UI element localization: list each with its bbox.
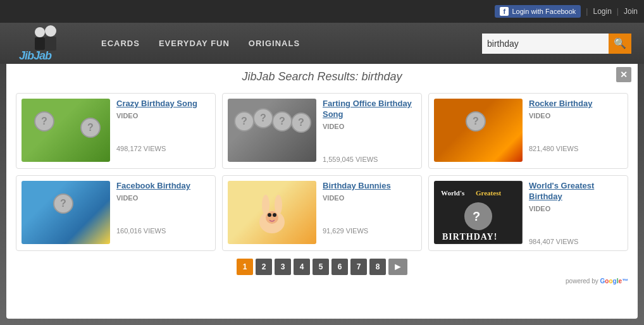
wgb-svg: World's Greatest ? BIRTHDAY! (435, 181, 522, 243)
result-type-1: VIDEO (116, 112, 210, 120)
result-views-5: 91,629 VIEWS (323, 227, 416, 235)
facebook-icon: f (500, 7, 509, 16)
svg-point-0 (35, 27, 45, 37)
result-views-1: 498,172 VIEWS (116, 145, 210, 152)
top-bar: f Login with Facebook | Login | Join (0, 0, 644, 23)
nav-ecards[interactable]: ECARDS (101, 39, 140, 48)
search-input[interactable] (482, 34, 609, 54)
result-title-6[interactable]: World's Greatest Birthday (529, 181, 622, 202)
result-views-4: 160,016 VIEWS (116, 227, 210, 235)
page-btn-5[interactable]: 5 (313, 259, 329, 275)
face-icon-8: ? (53, 193, 73, 214)
login-link[interactable]: Login (593, 7, 611, 16)
page-btn-4[interactable]: 4 (294, 259, 310, 275)
faces-1: ? ? (22, 99, 110, 162)
faces-6: World's Greatest ? BIRTHDAY! (434, 181, 523, 244)
logo-area[interactable]: JibJab (13, 25, 89, 63)
result-type-2: VIDEO (323, 123, 416, 130)
result-card-5[interactable]: Birthday Bunnies VIDEO 91,629 VIEWS (222, 175, 422, 251)
result-views-3: 821,480 VIEWS (529, 145, 622, 152)
bunny-svg (247, 187, 297, 238)
search-title: JibJab Search Results: birthday (16, 70, 628, 83)
faces-2: ? ? ? ? (228, 99, 316, 162)
logo-svg: JibJab (16, 25, 85, 63)
faces-3: ? (434, 99, 523, 162)
search-overlay: ✕ JibJab Search Results: birthday ? ? Cr… (6, 61, 638, 319)
svg-point-8 (266, 211, 278, 224)
search-area: 🔍 (482, 34, 631, 54)
thumbnail-1: ? ? (22, 99, 110, 162)
page-btn-8[interactable]: 8 (369, 259, 386, 275)
result-views-6: 984,407 VIEWS (529, 238, 622, 245)
search-icon: 🔍 (614, 37, 626, 49)
result-title-5[interactable]: Birthday Bunnies (323, 181, 416, 192)
thumbnail-3: ? (434, 99, 523, 162)
page-btn-7[interactable]: 7 (350, 259, 367, 275)
result-title-4[interactable]: Facebook Birthday (116, 181, 210, 192)
result-type-6: VIDEO (529, 205, 622, 212)
thumbnail-4: ? (22, 181, 110, 244)
result-info-1: Crazy Birthday Song VIDEO 498,172 VIEWS (116, 99, 210, 152)
google-logo: Google™ (600, 278, 628, 285)
result-type-3: VIDEO (529, 112, 622, 120)
next-page-button[interactable]: ► (388, 259, 407, 275)
page-btn-1[interactable]: 1 (237, 259, 253, 275)
result-title-1[interactable]: Crazy Birthday Song (116, 99, 210, 109)
svg-point-10 (273, 213, 276, 217)
svg-point-9 (268, 213, 271, 217)
result-title-2[interactable]: Farting Office Birthday Song (323, 99, 416, 120)
face-icon: ? (34, 111, 54, 132)
nav-originals[interactable]: ORIGINALS (249, 39, 300, 48)
header: JibJab ECARDS EVERYDAY FUN ORIGINALS 🔍 (0, 23, 644, 64)
result-card-6[interactable]: World's Greatest ? BIRTHDAY! World's Gre… (428, 175, 628, 251)
svg-text:?: ? (473, 209, 480, 223)
thumbnail-6: World's Greatest ? BIRTHDAY! (434, 181, 523, 244)
result-card-4[interactable]: ? Facebook Birthday VIDEO 160,016 VIEWS (16, 175, 216, 251)
result-info-4: Facebook Birthday VIDEO 160,016 VIEWS (116, 181, 210, 235)
page-btn-3[interactable]: 3 (275, 259, 291, 275)
svg-rect-2 (35, 37, 45, 50)
result-info-5: Birthday Bunnies VIDEO 91,629 VIEWS (323, 181, 416, 235)
face-icon-7: ? (466, 111, 486, 132)
svg-rect-3 (45, 37, 56, 51)
powered-by-text: powered by (566, 278, 598, 285)
results-grid: ? ? Crazy Birthday Song VIDEO 498,172 VI… (16, 93, 628, 251)
svg-point-7 (275, 195, 282, 215)
result-info-2: Farting Office Birthday Song VIDEO 1,559… (323, 99, 416, 163)
face-icon-3: ? (234, 111, 254, 132)
facebook-login-button[interactable]: f Login with Facebook (495, 5, 581, 18)
result-type-4: VIDEO (116, 194, 210, 202)
page-btn-6[interactable]: 6 (331, 259, 348, 275)
result-title-3[interactable]: Rocker Birthday (529, 99, 622, 109)
face-icon-5: ? (272, 111, 292, 132)
svg-text:JibJab: JibJab (19, 49, 52, 62)
nav-everyday-fun[interactable]: EVERYDAY FUN (159, 39, 230, 48)
result-type-5: VIDEO (323, 194, 416, 202)
svg-point-1 (45, 25, 56, 37)
result-card-1[interactable]: ? ? Crazy Birthday Song VIDEO 498,172 VI… (16, 93, 216, 169)
page-btn-2[interactable]: 2 (256, 259, 272, 275)
search-button[interactable]: 🔍 (609, 34, 631, 54)
nav-links: ECARDS EVERYDAY FUN ORIGINALS (101, 39, 482, 48)
thumbnail-5 (228, 181, 316, 244)
face-icon-4: ? (253, 108, 273, 128)
result-info-3: Rocker Birthday VIDEO 821,480 VIEWS (529, 99, 622, 152)
pagination: 1 2 3 4 5 6 7 8 ► (16, 259, 628, 275)
face-icon-6: ? (291, 113, 311, 133)
result-views-2: 1,559,045 VIEWS (323, 156, 416, 163)
svg-text:World's: World's (441, 189, 465, 197)
result-card-2[interactable]: ? ? ? ? Farting Office Birthday Song VID… (222, 93, 422, 169)
svg-text:BIRTHDAY!: BIRTHDAY! (442, 232, 497, 242)
powered-by: powered by Google™ (16, 278, 628, 285)
divider-2: | (617, 7, 619, 16)
face-icon-2: ? (80, 118, 101, 138)
join-link[interactable]: Join (624, 7, 638, 16)
thumbnail-2: ? ? ? ? (228, 99, 316, 162)
divider-1: | (586, 7, 588, 16)
result-card-3[interactable]: ? Rocker Birthday VIDEO 821,480 VIEWS (428, 93, 628, 169)
svg-text:Greatest: Greatest (476, 189, 501, 197)
result-info-6: World's Greatest Birthday VIDEO 984,407 … (529, 181, 622, 245)
close-button[interactable]: ✕ (616, 67, 631, 82)
faces-4: ? (22, 181, 110, 244)
svg-point-6 (262, 195, 269, 215)
